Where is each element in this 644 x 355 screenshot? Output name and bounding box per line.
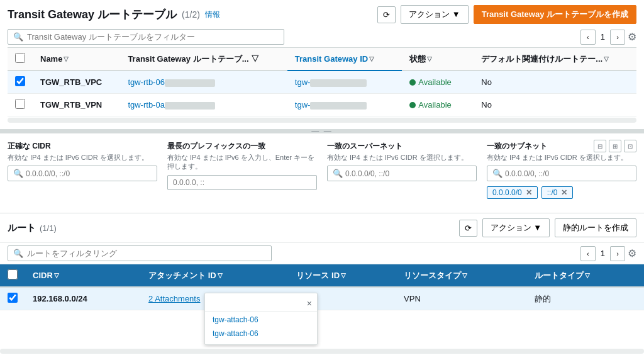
cidr-longest-input[interactable] [173,178,311,187]
cidr-tag-0: 0.0.0.0/0 ✕ [487,186,538,199]
row-tgw-redacted-1 [310,102,367,110]
routes-header: ルート (1/1) ⟳ アクション ▼ 静的ルートを作成 [0,213,644,243]
row-rtb-0: tgw-rtb-06 [120,70,287,94]
create-route-table-button[interactable]: Transit Gateway ルートテーブルを作成 [474,5,636,24]
routes-filter-bar-wrap: 🔍 ‹ 1 › ⚙ [0,243,644,264]
page-title-text: Transit Gateway ルートテーブル [8,7,177,22]
top-header: Transit Gateway ルートテーブル (1/2) 情報 ⟳ アクション… [8,5,636,24]
row-checkbox-cell [8,94,33,116]
cidr-supernet: 一致のスーパーネット 有効な IP4 または IPv6 CIDR を選択します。… [327,141,477,199]
routes-col-route-type[interactable]: ルートタイプ▽ [527,264,644,287]
sort-default-icon: ▽ [604,55,609,62]
top-actions: ⟳ アクション ▼ Transit Gateway ルートテーブルを作成 [377,5,636,24]
popup-close-button[interactable]: × [307,298,312,308]
page: Transit Gateway ルートテーブル (1/2) 情報 ⟳ アクション… [0,0,644,355]
routes-table-wrap: CIDR▽ アタッチメント ID▽ リソース ID▽ リソースタイプ▽ ルートタ [0,264,644,347]
routes-next-page-button[interactable]: › [610,246,625,261]
cidr-subnet-input[interactable] [505,169,631,178]
routes-settings-icon[interactable]: ⚙ [628,247,636,259]
cidr-supernet-search-icon: 🔍 [333,169,343,178]
settings-icon[interactable]: ⚙ [628,31,636,43]
row-status-1: Available [402,94,474,116]
select-all-checkbox[interactable] [15,53,25,63]
cidr-longest: 最長のプレフィックスの一致 有効な IP4 または IPv6 を入力し、Ente… [167,141,317,199]
cidr-exact-input-wrap[interactable]: 🔍 [8,166,157,181]
row-name-0: TGW_RTB_VPC [33,70,120,94]
col-header-default[interactable]: デフォルト関連付けルートテー...▽ [474,48,636,70]
col-header-tgw[interactable]: Transit Gateway ID▽ [287,48,402,70]
row-checkbox-1[interactable] [15,99,25,109]
route-checkbox-0[interactable] [8,293,18,303]
sort-status-icon: ▽ [427,55,432,62]
cidr-supernet-sublabel: 有効な IP4 または IPv6 CIDR を選択します。 [327,153,477,162]
row-rtb-link-0[interactable]: tgw-rtb-06 [128,77,165,87]
row-tgw-link-0[interactable]: tgw- [295,77,311,87]
search-icon: 🔍 [13,32,23,42]
route-row: 192.168.0.0/24 2 Attachments VPN 静的 [0,287,644,310]
cidr-supernet-label: 一致のスーパーネット [327,141,477,152]
cidr-subnet-search-icon: 🔍 [492,169,502,178]
cidr-exact-input[interactable] [26,169,152,178]
cidr-grid: 正確な CIDR 有効な IP4 または IPv6 CIDR を選択します。 🔍… [8,141,636,199]
row-tgw-0: tgw- [287,70,402,94]
horizontal-scrollbar-bottom[interactable] [0,349,644,354]
routes-search-icon: 🔍 [13,249,23,258]
table-row: TGW_RTB_VPN tgw-rtb-0a tgw- Available No [8,94,636,116]
route-attachment-link-0[interactable]: 2 Attachments [148,294,200,303]
select-all-header [8,48,33,70]
routes-filter-bar[interactable]: 🔍 [8,245,272,261]
cidr-longest-input-wrap[interactable] [167,175,317,190]
horizontal-scrollbar-top[interactable] [8,118,636,123]
routes-select-all-checkbox[interactable] [8,269,18,279]
status-text-0: Available [418,77,452,87]
cidr-subnet-sublabel: 有効な IP4 または IPv6 CIDR を選択します。 [487,153,636,162]
view-icon-2[interactable]: ⊞ [609,140,621,152]
actions-button[interactable]: アクション ▼ [401,5,468,24]
routes-actions-button[interactable]: アクション ▼ [482,218,550,237]
status-badge-0: Available [409,77,466,87]
refresh-button[interactable]: ⟳ [377,6,396,23]
cidr-tag-0-remove[interactable]: ✕ [526,188,532,197]
col-header-name[interactable]: Name▽ [33,48,120,70]
view-icon-1[interactable]: ⊟ [594,140,606,152]
info-link[interactable]: 情報 [205,9,220,20]
row-rtb-link-1[interactable]: tgw-rtb-0a [128,100,165,110]
routes-prev-page-button[interactable]: ‹ [580,246,596,261]
row-status-0: Available [402,70,474,94]
routes-count: (1/1) [40,223,57,233]
popup-item-0[interactable]: tgw-attach-06 [205,313,317,327]
routes-create-button[interactable]: 静的ルートを作成 [555,218,636,237]
routes-col-attachment[interactable]: アタッチメント ID▽ [141,264,289,287]
cidr-longest-label: 最長のプレフィックスの一致 [167,141,317,152]
routes-pagination: ‹ 1 › ⚙ [580,246,636,261]
view-icons: ⊟ ⊞ ⊡ [594,140,636,152]
filter-input[interactable] [27,32,279,42]
routes-panel: ルート (1/1) ⟳ アクション ▼ 静的ルートを作成 🔍 ‹ 1 › ⚙ [0,213,644,355]
page-title-count: (1/2) [182,9,200,20]
col-header-rtb[interactable]: Transit Gateway ルートテーブ... ▽ [120,48,287,70]
prev-page-button[interactable]: ‹ [580,30,596,45]
row-tgw-link-1[interactable]: tgw- [295,100,311,110]
status-badge-1: Available [409,100,466,110]
attachment-popup: × tgw-attach-06 tgw-attach-06 [204,293,318,345]
routes-col-resource-type[interactable]: リソースタイプ▽ [396,264,527,287]
cidr-supernet-input[interactable] [345,169,471,178]
routes-select-all-header [0,264,25,287]
col-header-status[interactable]: 状態▽ [402,48,474,70]
routes-filter-input[interactable] [27,249,266,258]
routes-sort-cidr-icon: ▽ [54,272,59,279]
routes-col-cidr[interactable]: CIDR▽ [25,264,141,287]
cidr-subnet-input-wrap[interactable]: 🔍 [487,166,636,181]
sort-tgw-icon: ▽ [369,55,374,62]
popup-item-1[interactable]: tgw-attach-06 [205,327,317,341]
next-page-button[interactable]: › [610,30,625,45]
routes-refresh-button[interactable]: ⟳ [459,220,477,237]
cidr-tag-1-remove[interactable]: ✕ [561,188,567,197]
routes-sort-attachment-icon: ▽ [218,272,223,279]
routes-col-resource[interactable]: リソース ID▽ [289,264,396,287]
cidr-supernet-input-wrap[interactable]: 🔍 [327,166,477,181]
view-icon-3[interactable]: ⊡ [624,140,636,152]
filter-bar[interactable]: 🔍 [8,29,284,45]
row-checkbox-0[interactable] [15,76,25,86]
routes-title: ルート [8,222,36,234]
